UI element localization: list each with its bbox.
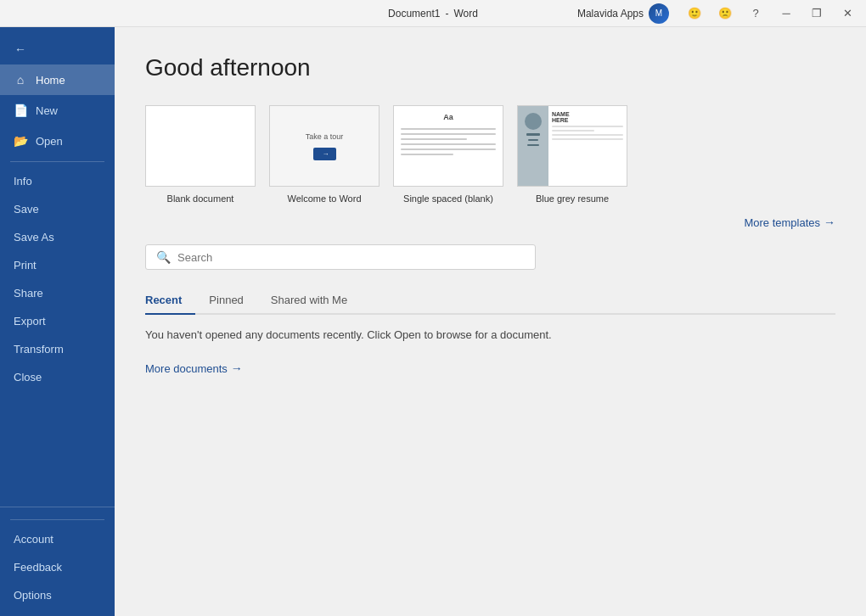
title-bar-center: Document1 - Word xyxy=(388,8,478,20)
sidebar-bottom: Account Feedback Options xyxy=(0,507,115,616)
new-icon: 📄 xyxy=(14,104,27,117)
ss-line-6 xyxy=(401,154,453,155)
search-input[interactable] xyxy=(177,251,525,264)
ss-line-4 xyxy=(401,143,496,145)
ss-line-2 xyxy=(401,133,496,135)
welcome-btn: → xyxy=(313,148,336,160)
templates-row: Blank document Take a tour → Welcome to … xyxy=(145,105,835,204)
sidebar-item-account[interactable]: Account xyxy=(0,525,115,553)
tab-recent-label: Recent xyxy=(145,294,182,306)
restore-button[interactable]: ❐ xyxy=(805,2,829,25)
frown-icon[interactable]: 🙁 xyxy=(713,2,737,25)
template-label-welcome: Welcome to Word xyxy=(287,193,361,204)
open-icon: 📂 xyxy=(14,134,27,148)
back-icon: ← xyxy=(14,42,27,56)
more-templates-arrow-icon: → xyxy=(824,216,835,229)
sidebar-share-label: Share xyxy=(14,287,43,300)
template-single-spaced[interactable]: Aa Single spaced (blank) xyxy=(393,105,503,204)
template-thumb-blank xyxy=(145,105,256,187)
malavida-label: Malavida Apps xyxy=(577,8,644,20)
tab-shared-label: Shared with Me xyxy=(271,294,347,306)
sidebar-open-label: Open xyxy=(36,135,63,148)
sidebar-account-label: Account xyxy=(14,533,53,546)
sidebar-home-label: Home xyxy=(36,74,65,87)
tab-pinned-label: Pinned xyxy=(209,294,243,306)
resume-name-block xyxy=(526,133,540,136)
sidebar-transform-label: Transform xyxy=(14,343,64,356)
resume-avatar xyxy=(525,113,542,130)
template-thumb-single-spaced: Aa xyxy=(393,105,503,187)
ss-line-3 xyxy=(401,138,467,140)
avatar: M xyxy=(649,3,669,24)
title-bar: Document1 - Word Malavida Apps M 🙂 🙁 ? ─… xyxy=(0,0,866,27)
sidebar-item-info[interactable]: Info xyxy=(0,167,115,195)
sidebar-item-options[interactable]: Options xyxy=(0,581,115,609)
resume-line-1 xyxy=(552,126,623,127)
sidebar-new-label: New xyxy=(36,104,58,117)
template-label-blank: Blank document xyxy=(167,193,234,204)
sidebar-item-open[interactable]: 📂 Open xyxy=(0,126,115,156)
arrow-right-icon: → xyxy=(323,150,329,158)
resume-info-1 xyxy=(528,139,538,141)
sidebar-item-save-as[interactable]: Save As xyxy=(0,223,115,251)
sidebar-item-new[interactable]: 📄 New xyxy=(0,95,115,126)
sidebar-save-label: Save xyxy=(14,203,39,216)
sidebar-save-as-label: Save As xyxy=(14,231,54,244)
tab-pinned[interactable]: Pinned xyxy=(209,287,256,313)
more-documents-arrow-icon: → xyxy=(231,361,243,375)
sidebar-item-home[interactable]: ⌂ Home xyxy=(0,64,115,95)
resume-line-4 xyxy=(552,138,623,140)
sidebar-item-print[interactable]: Print xyxy=(0,251,115,279)
more-templates-label: More templates xyxy=(744,216,820,229)
minimize-button[interactable]: ─ xyxy=(774,2,798,25)
ss-line-5 xyxy=(401,148,496,150)
sidebar-feedback-label: Feedback xyxy=(14,561,62,574)
resume-line-2 xyxy=(552,130,594,132)
sidebar-item-transform[interactable]: Transform xyxy=(0,335,115,363)
search-icon: 🔍 xyxy=(156,250,171,264)
sidebar-item-feedback[interactable]: Feedback xyxy=(0,553,115,581)
template-resume[interactable]: NAMEHERE Blue grey resume xyxy=(517,105,627,204)
resume-name-text: NAMEHERE xyxy=(552,111,623,123)
template-label-single-spaced: Single spaced (blank) xyxy=(403,193,493,204)
sidebar-options-label: Options xyxy=(14,589,52,602)
sidebar-item-export[interactable]: Export xyxy=(0,307,115,335)
title-separator: - xyxy=(445,8,448,20)
ss-aa-label: Aa xyxy=(443,113,453,121)
more-documents-link[interactable]: More documents → xyxy=(145,361,835,375)
sidebar-top: ← ⌂ Home 📄 New 📂 Open Info Save S xyxy=(0,27,115,507)
title-bar-icons: 🙂 🙁 ? ─ ❐ ✕ xyxy=(683,2,859,25)
main-content: Good afternoon Blank document Take a tou… xyxy=(115,27,866,616)
welcome-text: Take a tour xyxy=(306,132,344,141)
empty-state: You haven't opened any documents recentl… xyxy=(145,328,835,341)
sidebar-info-label: Info xyxy=(14,175,32,188)
sidebar-divider-2 xyxy=(10,519,104,520)
resume-line-3 xyxy=(552,134,623,136)
sidebar-print-label: Print xyxy=(14,259,37,272)
sidebar-item-save[interactable]: Save xyxy=(0,195,115,223)
more-documents-label: More documents xyxy=(145,362,228,375)
sidebar-back-button[interactable]: ← xyxy=(0,34,115,64)
ss-line-1 xyxy=(401,128,496,130)
doc-name: Document1 xyxy=(388,8,440,20)
template-thumb-welcome: Take a tour → xyxy=(269,105,380,187)
sidebar-divider-1 xyxy=(10,161,104,162)
help-icon[interactable]: ? xyxy=(744,2,768,25)
tab-shared[interactable]: Shared with Me xyxy=(271,287,361,313)
app-name: Word xyxy=(453,8,477,20)
tab-recent[interactable]: Recent xyxy=(145,287,195,313)
more-templates-link[interactable]: More templates → xyxy=(145,210,835,244)
tabs-row: Recent Pinned Shared with Me xyxy=(145,287,835,315)
template-blank[interactable]: Blank document xyxy=(145,105,256,204)
sidebar-export-label: Export xyxy=(14,315,46,328)
sidebar-item-close[interactable]: Close xyxy=(0,363,115,391)
smiley-icon[interactable]: 🙂 xyxy=(683,2,706,25)
app-body: ← ⌂ Home 📄 New 📂 Open Info Save S xyxy=(0,27,866,616)
template-thumb-resume: NAMEHERE xyxy=(517,105,627,187)
template-welcome[interactable]: Take a tour → Welcome to Word xyxy=(269,105,380,204)
close-button[interactable]: ✕ xyxy=(835,2,859,25)
home-icon: ⌂ xyxy=(14,73,27,87)
resume-info-2 xyxy=(527,144,539,146)
greeting: Good afternoon xyxy=(145,54,835,81)
sidebar-item-share[interactable]: Share xyxy=(0,279,115,307)
